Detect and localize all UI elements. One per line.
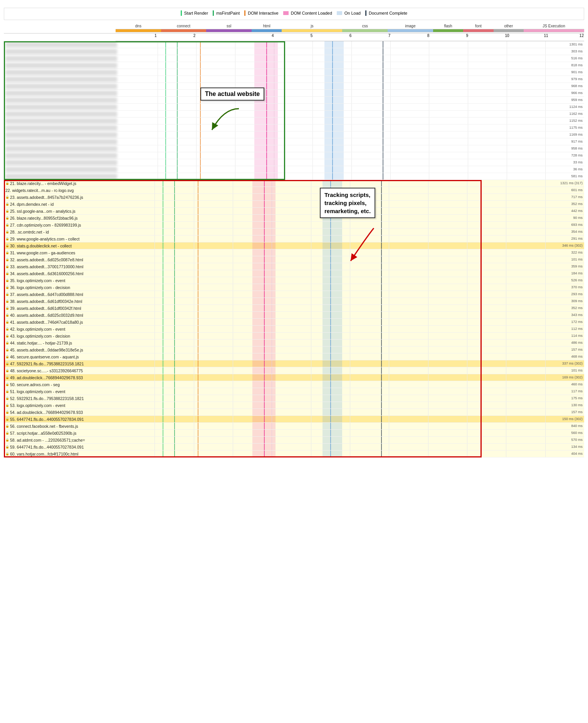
lock-icon: 🔒	[5, 417, 9, 421]
lock-icon: 🔒	[5, 452, 9, 456]
lock-icon: 🔒	[5, 397, 9, 400]
lock-icon: 🔒	[5, 230, 9, 234]
row-label	[5, 167, 117, 172]
row-label: 🔒21. blaze.ratecity... - embedWidget.js	[4, 181, 116, 186]
lock-icon: 🔒	[5, 424, 9, 428]
table-row: 🔒45. assets.adobedt...0ddae98e318e5e.js1…	[4, 346, 584, 353]
lock-icon: 🔒	[5, 216, 9, 220]
row-label: 🔒58. ad.atdmt.com - ...2202663571;cache=	[4, 438, 116, 442]
lock-icon: 🔒	[5, 404, 9, 407]
row-timing: 468 ms	[571, 355, 583, 358]
row-bar-area: 343 ms	[116, 312, 584, 318]
row-label: 🔒49. ad.doubleclick...7668944029678.933	[4, 375, 116, 380]
row-timing: 560 ms	[571, 431, 583, 435]
row-bar-area: 968 ms	[119, 83, 584, 89]
timeline-header-area: 1 2 4 5 6 7 8 9 10 11 12	[116, 34, 584, 41]
table-row: 🔒33. assets.adobedt...370017710000.html3…	[4, 263, 584, 270]
lock-icon: 🔒	[5, 410, 9, 414]
row-bar-area: 581 ms	[119, 173, 584, 180]
table-row: 🔒21. blaze.ratecity... - embedWidget.js1…	[4, 180, 584, 187]
row-timing: 359 ms	[571, 264, 583, 268]
row-timing: 404 ms	[571, 452, 583, 456]
row-label: 🔒44. static.hotjar.... - hotjar-21739.js	[4, 341, 116, 345]
lock-icon: 🔒	[5, 265, 9, 268]
row-bar-area: 175 ms	[116, 395, 584, 402]
row-label: 🔒57. script.hotjar...a558e0d025390b.js	[4, 431, 116, 435]
legend-msfirstpaint: msFirstPaint	[213, 10, 240, 16]
row-bar-area: 570 ms	[116, 437, 584, 443]
row-timing: 959 ms	[571, 98, 583, 102]
row-bar-area: 112 ms	[116, 326, 584, 332]
row-label: 🔒39. assets.adobedt...6d61df00342f.html	[4, 306, 116, 311]
row-label: 🔒23. assets.adobedt...8457a7b2476236.js	[4, 195, 116, 200]
row-label: 🔒46. secure.quantserve.com - aquant.js	[4, 355, 116, 359]
row-timing: 901 ms	[571, 70, 583, 74]
lock-icon: 🔒	[5, 334, 9, 338]
table-row: 968 ms	[4, 83, 584, 90]
row-timing: 968 ms	[571, 84, 583, 88]
table-row: 🔒27. cdn.optimizely.com - 8269983199.js6…	[4, 222, 584, 229]
legend-dom-content: DOM Content Loaded	[283, 11, 332, 15]
table-row: 🔒26. blaze.ratecity...80955cf1bbac96.js9…	[4, 215, 584, 222]
row-timing: 1175 ms	[569, 126, 583, 129]
table-row: 🔒30. stats.g.doubleclick.net - collect34…	[4, 242, 584, 249]
row-bar-area: 157 ms	[116, 346, 584, 353]
row-label: 🔒29. www.google-analytics.com - collect	[4, 237, 116, 241]
row-bar-area: 157 ms	[116, 409, 584, 415]
row-label: 🔒50. secure.adnxs.com - seg	[4, 382, 116, 387]
row-label: 🔒47. 5922921.fls.do...795388223158.1821	[4, 362, 116, 366]
row-timing: 917 ms	[571, 140, 583, 143]
row-label: 🔒25. ssl.google-ana...om - analytics.js	[4, 209, 116, 214]
table-row: 1124 ms	[4, 104, 584, 111]
row-bar-area: 959 ms	[119, 97, 584, 103]
table-row: 🔒24. dpm.demdex.net - id352 ms	[4, 201, 584, 208]
table-row: 917 ms	[4, 138, 584, 145]
row-bar-area: 309 ms	[116, 298, 584, 304]
lock-icon: 🔒	[5, 376, 9, 379]
row-label: 🔒42. logx.optimizely.com - event	[4, 327, 116, 331]
table-row: 959 ms	[4, 97, 584, 104]
table-row: 🔒39. assets.adobedt...6d61df00342f.html3…	[4, 305, 584, 312]
table-row: 🔒36. logx.optimizely.com - decision370 m…	[4, 284, 584, 291]
col-headers: dns connect ssl html js css image flash …	[4, 22, 584, 34]
rows-container: The actual website Tracking scripts, tra…	[4, 41, 584, 457]
table-row: 🔒44. static.hotjar.... - hotjar-21739.js…	[4, 340, 584, 346]
row-label	[5, 139, 117, 145]
row-timing: 346 ms (302)	[562, 244, 583, 247]
row-timing: 516 ms	[571, 56, 583, 60]
table-row: 728 ms	[4, 152, 584, 159]
row-timing: 601 ms	[571, 188, 583, 192]
row-bar-area: 404 ms	[116, 451, 584, 457]
table-row: 🔒28. .sc.omtrdc.net - id354 ms	[4, 229, 584, 235]
table-row: 🔒42. logx.optimizely.com - event112 ms	[4, 326, 584, 333]
row-label	[5, 160, 117, 165]
table-row: 🔒56. connect.facebook.net - fbevents.js8…	[4, 423, 584, 430]
row-bar-area: 958 ms	[119, 145, 584, 152]
row-timing: 175 ms	[571, 396, 583, 400]
row-label	[5, 146, 117, 151]
lock-icon: 🔒	[5, 293, 9, 296]
row-timing: 717 ms	[571, 195, 583, 199]
row-bar-area: 840 ms	[116, 423, 584, 429]
lock-icon: 🔒	[5, 390, 9, 393]
row-timing: 172 ms	[571, 320, 583, 324]
lock-icon: 🔒	[5, 251, 9, 254]
row-label: 🔒43. logx.optimizely.com - decision	[4, 334, 116, 338]
table-row: 🔒58. ad.atdmt.com - ...2202663571;cache=…	[4, 437, 584, 444]
table-row: 516 ms	[4, 55, 584, 62]
legend-onload: On Load	[337, 11, 361, 15]
legend-start-render: Start Render	[181, 10, 208, 16]
lock-icon: 🔒	[5, 327, 9, 331]
row-timing: 112 ms	[571, 327, 583, 331]
row-timing: 1162 ms	[569, 112, 583, 116]
row-label: 🔒54. ad.doubleclick...7668944029678.933	[4, 410, 116, 415]
row-label: 🔒52. 5922921.fls.do...795388223158.1821	[4, 396, 116, 401]
row-bar-area: 134 ms	[116, 444, 584, 450]
table-row: 🔒49. ad.doubleclick...7668944029678.9331…	[4, 374, 584, 381]
row-bar-area: 36 ms	[119, 166, 584, 173]
table-row: 1152 ms	[4, 118, 584, 124]
row-timing: 130 ms	[571, 403, 583, 407]
legend-doc-complete: Document Complete	[365, 10, 407, 16]
table-row: 581 ms	[4, 173, 584, 180]
lock-icon: 🔒	[5, 286, 9, 289]
